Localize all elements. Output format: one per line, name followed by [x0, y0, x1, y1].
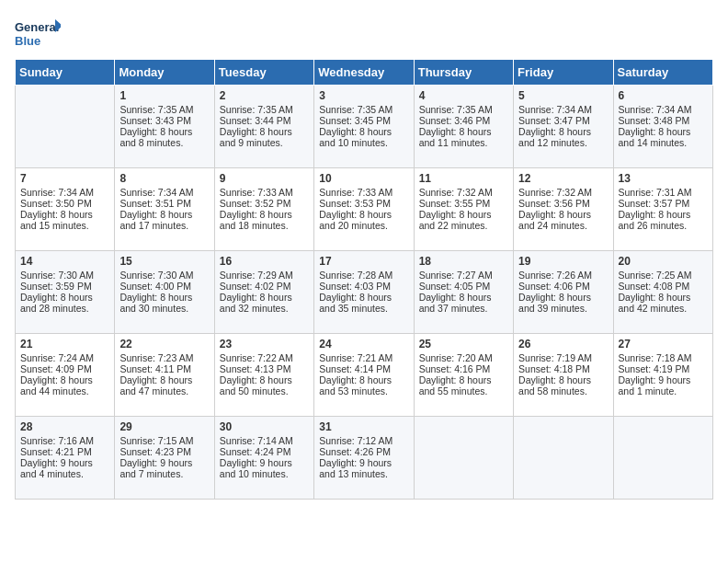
- week-row-2: 7Sunrise: 7:34 AMSunset: 3:50 PMDaylight…: [16, 168, 713, 251]
- calendar-cell: [414, 417, 513, 500]
- day-number: 4: [419, 89, 508, 102]
- sunset-text: Sunset: 4:19 PM: [619, 363, 708, 374]
- sunrise-text: Sunrise: 7:19 AM: [518, 352, 608, 363]
- calendar-cell: 8Sunrise: 7:34 AMSunset: 3:51 PMDaylight…: [115, 168, 214, 251]
- sunset-text: Sunset: 3:51 PM: [119, 198, 209, 209]
- sunset-text: Sunset: 4:26 PM: [319, 446, 408, 457]
- day-number: 14: [20, 255, 109, 268]
- day-number: 30: [220, 420, 309, 433]
- calendar-cell: 13Sunrise: 7:31 AMSunset: 3:57 PMDayligh…: [613, 168, 712, 251]
- sunrise-text: Sunrise: 7:25 AM: [619, 270, 708, 281]
- sunrise-text: Sunrise: 7:23 AM: [119, 352, 209, 363]
- day-number: 21: [20, 338, 109, 350]
- calendar-cell: 11Sunrise: 7:32 AMSunset: 3:55 PMDayligh…: [414, 168, 513, 251]
- sunset-text: Sunset: 3:53 PM: [319, 198, 408, 209]
- calendar-cell: 2Sunrise: 7:35 AMSunset: 3:44 PMDaylight…: [214, 86, 313, 168]
- daylight-text: Daylight: 8 hours and 28 minutes.: [20, 292, 109, 314]
- weekday-header-wednesday: Wednesday: [314, 60, 414, 86]
- day-number: 29: [119, 420, 209, 433]
- day-number: 12: [518, 172, 608, 185]
- sunrise-text: Sunrise: 7:34 AM: [20, 187, 109, 198]
- sunrise-text: Sunrise: 7:33 AM: [319, 187, 408, 198]
- calendar-cell: 23Sunrise: 7:22 AMSunset: 4:13 PMDayligh…: [214, 334, 313, 417]
- sunrise-text: Sunrise: 7:32 AM: [518, 187, 608, 198]
- day-number: 2: [220, 89, 309, 102]
- daylight-text: Daylight: 9 hours and 1 minute.: [619, 374, 708, 396]
- daylight-text: Daylight: 8 hours and 47 minutes.: [119, 374, 209, 396]
- calendar-cell: 1Sunrise: 7:35 AMSunset: 3:43 PMDaylight…: [115, 86, 214, 168]
- weekday-header-friday: Friday: [514, 60, 613, 86]
- daylight-text: Daylight: 8 hours and 20 minutes.: [319, 209, 408, 231]
- weekday-header-tuesday: Tuesday: [214, 60, 313, 86]
- daylight-text: Daylight: 8 hours and 42 minutes.: [619, 292, 708, 314]
- daylight-text: Daylight: 8 hours and 44 minutes.: [20, 374, 109, 396]
- sunset-text: Sunset: 3:52 PM: [220, 198, 309, 209]
- sunset-text: Sunset: 4:05 PM: [419, 281, 508, 292]
- sunset-text: Sunset: 4:06 PM: [518, 281, 608, 292]
- calendar-cell: [16, 86, 115, 168]
- sunset-text: Sunset: 3:56 PM: [518, 198, 608, 209]
- sunrise-text: Sunrise: 7:35 AM: [419, 104, 508, 115]
- daylight-text: Daylight: 8 hours and 26 minutes.: [619, 209, 708, 231]
- sunrise-text: Sunrise: 7:15 AM: [119, 435, 209, 446]
- sunrise-text: Sunrise: 7:35 AM: [319, 104, 408, 115]
- calendar-cell: 10Sunrise: 7:33 AMSunset: 3:53 PMDayligh…: [314, 168, 414, 251]
- logo: General Blue: [15, 15, 61, 52]
- calendar-cell: 24Sunrise: 7:21 AMSunset: 4:14 PMDayligh…: [314, 334, 414, 417]
- sunset-text: Sunset: 4:02 PM: [220, 281, 309, 292]
- daylight-text: Daylight: 8 hours and 37 minutes.: [419, 292, 508, 314]
- calendar-cell: 28Sunrise: 7:16 AMSunset: 4:21 PMDayligh…: [16, 417, 115, 500]
- sunset-text: Sunset: 4:11 PM: [119, 363, 209, 374]
- sunset-text: Sunset: 4:18 PM: [518, 363, 608, 374]
- calendar-cell: [613, 417, 712, 500]
- sunset-text: Sunset: 3:43 PM: [119, 115, 209, 126]
- weekday-header-row: SundayMondayTuesdayWednesdayThursdayFrid…: [16, 60, 713, 86]
- calendar-cell: 7Sunrise: 7:34 AMSunset: 3:50 PMDaylight…: [16, 168, 115, 251]
- weekday-header-saturday: Saturday: [613, 60, 712, 86]
- sunrise-text: Sunrise: 7:33 AM: [220, 187, 309, 198]
- calendar-cell: 4Sunrise: 7:35 AMSunset: 3:46 PMDaylight…: [414, 86, 513, 168]
- page-header: General Blue: [15, 15, 713, 52]
- calendar-cell: 3Sunrise: 7:35 AMSunset: 3:45 PMDaylight…: [314, 86, 414, 168]
- week-row-3: 14Sunrise: 7:30 AMSunset: 3:59 PMDayligh…: [16, 251, 713, 334]
- calendar-table: SundayMondayTuesdayWednesdayThursdayFrid…: [15, 59, 713, 500]
- day-number: 18: [419, 255, 508, 268]
- sunset-text: Sunset: 3:50 PM: [20, 198, 109, 209]
- sunrise-text: Sunrise: 7:16 AM: [20, 435, 109, 446]
- calendar-cell: [514, 417, 613, 500]
- sunset-text: Sunset: 4:00 PM: [119, 281, 209, 292]
- svg-text:General: General: [15, 20, 59, 34]
- calendar-cell: 9Sunrise: 7:33 AMSunset: 3:52 PMDaylight…: [214, 168, 313, 251]
- day-number: 9: [220, 172, 309, 185]
- daylight-text: Daylight: 8 hours and 24 minutes.: [518, 209, 608, 231]
- sunset-text: Sunset: 4:08 PM: [619, 281, 708, 292]
- sunrise-text: Sunrise: 7:27 AM: [419, 270, 508, 281]
- daylight-text: Daylight: 8 hours and 22 minutes.: [419, 209, 508, 231]
- calendar-cell: 20Sunrise: 7:25 AMSunset: 4:08 PMDayligh…: [613, 251, 712, 334]
- sunset-text: Sunset: 4:09 PM: [20, 363, 109, 374]
- calendar-cell: 31Sunrise: 7:12 AMSunset: 4:26 PMDayligh…: [314, 417, 414, 500]
- daylight-text: Daylight: 8 hours and 32 minutes.: [220, 292, 309, 314]
- calendar-cell: 25Sunrise: 7:20 AMSunset: 4:16 PMDayligh…: [414, 334, 513, 417]
- daylight-text: Daylight: 9 hours and 4 minutes.: [20, 457, 109, 479]
- day-number: 19: [518, 255, 608, 268]
- weekday-header-sunday: Sunday: [16, 60, 115, 86]
- day-number: 7: [20, 172, 109, 185]
- daylight-text: Daylight: 8 hours and 55 minutes.: [419, 374, 508, 396]
- sunset-text: Sunset: 4:03 PM: [319, 281, 408, 292]
- sunset-text: Sunset: 3:47 PM: [518, 115, 608, 126]
- day-number: 26: [518, 338, 608, 350]
- week-row-4: 21Sunrise: 7:24 AMSunset: 4:09 PMDayligh…: [16, 334, 713, 417]
- daylight-text: Daylight: 8 hours and 30 minutes.: [119, 292, 209, 314]
- day-number: 15: [119, 255, 209, 268]
- sunset-text: Sunset: 3:44 PM: [220, 115, 309, 126]
- day-number: 10: [319, 172, 408, 185]
- calendar-cell: 12Sunrise: 7:32 AMSunset: 3:56 PMDayligh…: [514, 168, 613, 251]
- sunset-text: Sunset: 3:59 PM: [20, 281, 109, 292]
- day-number: 28: [20, 420, 109, 433]
- daylight-text: Daylight: 8 hours and 10 minutes.: [319, 126, 408, 148]
- svg-text:Blue: Blue: [15, 34, 40, 48]
- day-number: 8: [119, 172, 209, 185]
- weekday-header-monday: Monday: [115, 60, 214, 86]
- sunrise-text: Sunrise: 7:34 AM: [518, 104, 608, 115]
